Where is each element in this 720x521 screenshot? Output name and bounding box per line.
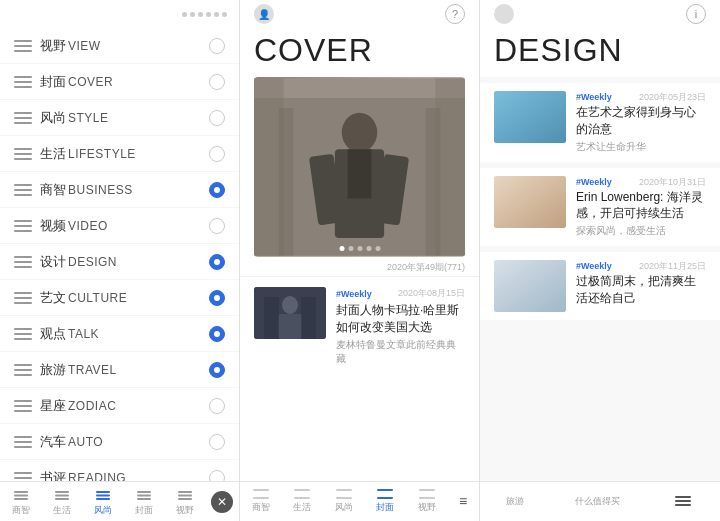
middle-title: COVER: [240, 28, 479, 77]
close-button[interactable]: ✕: [211, 491, 233, 513]
dot-4: [206, 12, 211, 17]
mid-menu-icon[interactable]: ≡: [455, 491, 471, 513]
nav-item-style[interactable]: 风尚 STYLE: [0, 100, 239, 136]
nav-item-travel[interactable]: 旅游 TRAVEL: [0, 352, 239, 388]
carousel-dots: [339, 246, 380, 251]
nav-item-business[interactable]: 商智 BUSINESS: [0, 172, 239, 208]
right-thumb-1: [494, 91, 566, 143]
nav-radio[interactable]: [209, 146, 225, 162]
mid-article-title: 封面人物卡玛拉·哈里斯如何改变美国大选: [336, 302, 465, 336]
nav-radio[interactable]: [209, 434, 225, 450]
tab-label: 视野: [176, 504, 194, 517]
nav-radio[interactable]: [209, 362, 225, 378]
left-bottom-tab-商智[interactable]: 商智: [6, 485, 36, 519]
svg-rect-28: [278, 314, 302, 339]
dot-1: [182, 12, 187, 17]
right-bottom-tab-什么值得买[interactable]: 什么值得买: [575, 495, 620, 508]
nav-radio[interactable]: [209, 290, 225, 306]
nav-item-view[interactable]: 视野 VIEW: [0, 28, 239, 64]
hamburger-icon: ≡: [459, 493, 467, 509]
nav-item-video[interactable]: 视频 VIDEO: [0, 208, 239, 244]
nav-item-design[interactable]: 设计 DESIGN: [0, 244, 239, 280]
nav-radio[interactable]: [209, 254, 225, 270]
cover-carousel[interactable]: [254, 77, 465, 257]
nav-zh-label: 书评: [40, 469, 68, 482]
nav-item-zodiac[interactable]: 星座 ZODIAC: [0, 388, 239, 424]
nav-radio[interactable]: [209, 74, 225, 90]
mid-bottom-tab-商智[interactable]: 商智: [248, 487, 274, 516]
right-article-card-2[interactable]: #Weekly 2020年11月25日 过极简周末，把清爽生活还给自己: [480, 252, 720, 320]
right-bottom-tab-旅游[interactable]: 旅游: [506, 495, 524, 508]
svg-rect-32: [494, 176, 566, 228]
mid-bottom-tab-视野[interactable]: 视野: [414, 487, 440, 516]
mid-article-content: #Weekly 2020年08月15日 封面人物卡玛拉·哈里斯如何改变美国大选 …: [336, 287, 465, 366]
nav-item-culture[interactable]: 艺文 CULTURE: [0, 280, 239, 316]
carousel-dot-5: [375, 246, 380, 251]
nav-zh-label: 艺文: [40, 289, 68, 307]
dot-6: [222, 12, 227, 17]
nav-zh-label: 商智: [40, 181, 68, 199]
tab-icon: [178, 487, 192, 503]
mid-bottom-tab-封面[interactable]: 封面: [372, 487, 398, 516]
nav-item-lifestyle[interactable]: 生活 LIFESTYLE: [0, 136, 239, 172]
nav-item-auto[interactable]: 汽车 AUTO: [0, 424, 239, 460]
dot-3: [198, 12, 203, 17]
nav-en-label: ZODIAC: [68, 399, 209, 413]
nav-lines-icon: [14, 148, 32, 160]
nav-radio[interactable]: [209, 218, 225, 234]
nav-radio[interactable]: [209, 326, 225, 342]
nav-list: 视野 VIEW 封面 COVER 风尚 STYLE 生活 LIFESTYLE 商…: [0, 28, 239, 481]
tab-icon: [55, 487, 69, 503]
nav-zh-label: 封面: [40, 73, 68, 91]
svg-rect-12: [178, 491, 192, 493]
svg-rect-24: [279, 108, 294, 256]
left-bottom-tab-风尚[interactable]: 风尚: [88, 485, 118, 519]
tab-label: 生活: [53, 504, 71, 517]
nav-item-reading[interactable]: 书评 READING: [0, 460, 239, 481]
right-article-card-1[interactable]: #Weekly 2020年10月31日 Erin Lowenberg: 海洋灵感…: [480, 168, 720, 247]
svg-point-27: [282, 296, 298, 314]
left-bottom-tab-封面[interactable]: 封面: [129, 485, 159, 519]
nav-en-label: BUSINESS: [68, 183, 209, 197]
nav-radio[interactable]: [209, 110, 225, 126]
nav-radio[interactable]: [209, 38, 225, 54]
nav-en-label: TALK: [68, 327, 209, 341]
right-article-tag-3: #Weekly: [576, 261, 612, 271]
mid-tab-icon: [336, 489, 352, 499]
nav-radio[interactable]: [209, 182, 225, 198]
svg-rect-0: [14, 491, 28, 493]
right-info-button[interactable]: i: [686, 4, 706, 24]
svg-rect-8: [96, 498, 110, 500]
nav-radio[interactable]: [209, 398, 225, 414]
right-article-card-0[interactable]: #Weekly 2020年05月23日 在艺术之家得到身与心的治意 艺术让生命升…: [480, 83, 720, 162]
svg-rect-2: [14, 498, 28, 500]
nav-en-label: CULTURE: [68, 291, 209, 305]
nav-radio[interactable]: [209, 470, 225, 482]
nav-lines-icon: [14, 472, 32, 482]
mid-bottom-tab-风尚[interactable]: 风尚: [331, 487, 357, 516]
svg-rect-29: [264, 297, 279, 339]
left-bottom-tab-视野[interactable]: 视野: [170, 485, 200, 519]
mid-article-thumb: [254, 287, 326, 339]
mid-tab-icon: [253, 489, 269, 499]
mid-info-button[interactable]: ?: [445, 4, 465, 24]
nav-zh-label: 观点: [40, 325, 68, 343]
mid-article-card[interactable]: #Weekly 2020年08月15日 封面人物卡玛拉·哈里斯如何改变美国大选 …: [240, 276, 479, 376]
nav-item-talk[interactable]: 观点 TALK: [0, 316, 239, 352]
right-article-content-1: #Weekly 2020年05月23日 在艺术之家得到身与心的治意 艺术让生命升…: [576, 91, 706, 154]
right-article-title-3: 过极简周末，把清爽生活还给自己: [576, 273, 706, 307]
mid-tab-label: 风尚: [335, 501, 353, 514]
mid-bottom-tab-生活[interactable]: 生活: [289, 487, 315, 516]
tab-label: 商智: [12, 504, 30, 517]
nav-zh-label: 汽车: [40, 433, 68, 451]
nav-en-label: STYLE: [68, 111, 209, 125]
left-bottom-tab-生活[interactable]: 生活: [47, 485, 77, 519]
svg-rect-3: [55, 491, 69, 493]
nav-lines-icon: [14, 220, 32, 232]
svg-rect-33: [494, 260, 566, 312]
right-menu-icon[interactable]: [671, 494, 695, 510]
nav-item-cover[interactable]: 封面 COVER: [0, 64, 239, 100]
right-title: DESIGN: [480, 28, 720, 77]
middle-panel: 👤 ? COVER: [240, 0, 480, 521]
svg-rect-21: [348, 149, 372, 198]
